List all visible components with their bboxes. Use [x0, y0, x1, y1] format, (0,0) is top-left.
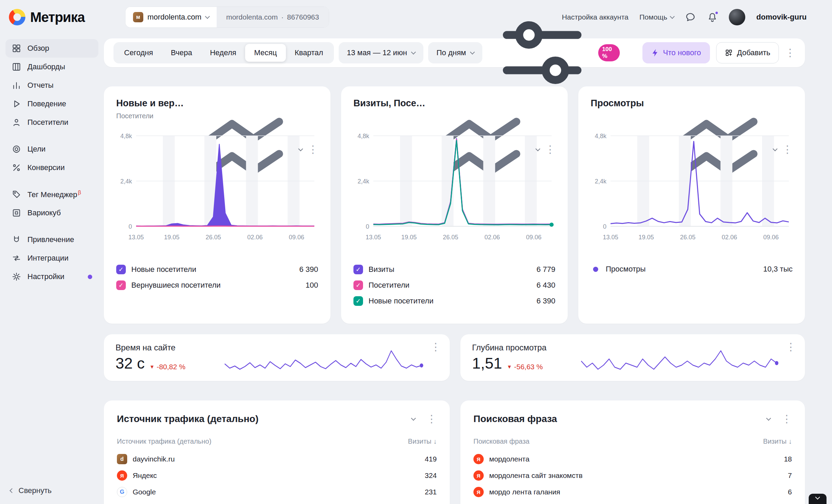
chevron-down-icon — [470, 49, 475, 54]
site-name: mordolenta.com — [147, 13, 202, 22]
kpi-value: 32 с — [116, 355, 145, 372]
svg-text:19.05: 19.05 — [164, 234, 179, 241]
sidebar-item-acquisition[interactable]: Привлечение — [5, 230, 98, 249]
widget-kebab-menu[interactable]: ⋮ — [545, 144, 555, 155]
whats-new-button[interactable]: Что нового — [642, 42, 710, 63]
widget-title: Новые и вернувшиеся поль... — [116, 98, 193, 109]
whats-new-label: Что нового — [663, 48, 701, 57]
legend-item[interactable]: ✓ Новые посетители 6 390 — [353, 296, 555, 306]
widget-kebab-menu[interactable]: ⋮ — [786, 342, 796, 352]
svg-text:26.05: 26.05 — [680, 234, 696, 241]
checkbox-checked-icon[interactable]: ✓ — [353, 296, 363, 306]
legend-item[interactable]: ✓ Вернувшиеся посетители 100 — [116, 280, 318, 290]
legend-item[interactable]: ✓ Новые посетители 6 390 — [116, 265, 318, 274]
legend-item[interactable]: ✓ Посетители 6 430 — [353, 280, 555, 290]
svg-text:19.05: 19.05 — [638, 234, 654, 241]
sidebar-divider — [5, 177, 98, 185]
sidebar-item-settings[interactable]: Настройки — [5, 267, 98, 286]
sidebar-item-conversions[interactable]: Конверсии — [5, 158, 98, 177]
tables-row: Источник трафика (детально) ⋮ Источник т… — [104, 400, 805, 504]
chevron-down-icon — [411, 49, 416, 54]
sidebar-item-behavior[interactable]: Поведение — [5, 95, 98, 113]
kpi-title: Глубина просмотра — [472, 343, 575, 352]
collapse-sidebar-button[interactable]: Свернуть — [10, 486, 52, 495]
expand-widget-button[interactable] — [762, 412, 775, 426]
help-menu[interactable]: Помощь — [639, 13, 674, 21]
widget-kebab-menu[interactable]: ⋮ — [782, 414, 792, 424]
granularity-label: По дням — [436, 48, 466, 57]
granularity-select[interactable]: По дням — [428, 42, 482, 63]
sidebar-item-label: Отчеты — [27, 81, 53, 90]
settings-notification-dot — [88, 275, 92, 279]
checkbox-checked-icon[interactable]: ✓ — [353, 280, 363, 290]
column-header-sortable[interactable]: Визиты ↓ — [408, 437, 437, 445]
legend-item[interactable]: ✓ Визиты 6 779 — [353, 265, 555, 274]
date-range-picker[interactable]: 13 мая — 12 июн — [339, 42, 424, 63]
sidebar-item-dashboards[interactable]: Дашборды — [5, 58, 98, 76]
checkbox-checked-icon[interactable]: ✓ — [116, 280, 126, 290]
tab-quarter[interactable]: Квартал — [286, 44, 332, 62]
sidebar-item-label: Цели — [27, 145, 46, 154]
table-row[interactable]: Я мордолента 18 — [473, 451, 792, 467]
sidebar-item-tag-manager[interactable]: Тег Менеджерβ — [5, 185, 98, 204]
logo-text: Метрика — [30, 10, 85, 25]
magnet-icon — [12, 235, 21, 244]
table-title: Поисковая фраза — [473, 413, 762, 424]
tab-yesterday[interactable]: Вчера — [162, 44, 201, 62]
checkbox-checked-icon[interactable]: ✓ — [353, 265, 363, 274]
site-selector-button[interactable]: м mordolenta.com — [125, 7, 217, 27]
table-row[interactable]: Я Яндекс 324 — [117, 467, 437, 484]
tag-icon — [12, 190, 21, 199]
percent-icon — [12, 163, 21, 172]
integrations-icon — [12, 253, 21, 263]
sidebar-item-integrations[interactable]: Интеграции — [5, 249, 98, 267]
column-header-sortable[interactable]: Визиты ↓ — [763, 437, 792, 445]
sidebar: Обзор Дашборды Отчеты Поведение Посетите… — [0, 34, 104, 504]
svg-text:19.05: 19.05 — [401, 234, 417, 241]
checkbox-checked-icon[interactable]: ✓ — [116, 265, 126, 274]
target-icon — [12, 144, 21, 154]
table-row[interactable]: Я мордолента сайт знакомств 7 — [473, 467, 792, 484]
sidebar-item-visitors[interactable]: Посетители — [5, 113, 98, 132]
avatar[interactable] — [729, 9, 745, 25]
lightning-icon — [651, 49, 659, 57]
scroll-down-button[interactable] — [809, 494, 827, 504]
toolbar-kebab-menu[interactable]: ⋮ — [785, 48, 795, 58]
kpi-delta: ▼-80,82 % — [149, 363, 185, 371]
sidebar-item-reports[interactable]: Отчеты — [5, 76, 98, 95]
sidebar-item-overview[interactable]: Обзор — [5, 39, 98, 58]
sidebar-item-goals[interactable]: Цели — [5, 140, 98, 158]
kpi-delta: ▼-56,63 % — [507, 363, 543, 371]
table-row[interactable]: G Google 231 — [117, 484, 437, 500]
sidebar-item-variocube[interactable]: Вариокуб — [5, 204, 98, 222]
sidebar-item-label: Интеграции — [27, 254, 69, 263]
chevron-down-icon — [815, 495, 820, 500]
svg-text:4,8k: 4,8k — [358, 133, 370, 140]
widget-time-on-site: Время на сайте 32 с ▼-80,82 % ⋮ — [104, 334, 450, 381]
notification-dot — [715, 11, 719, 15]
table-row[interactable]: d dayvinchik.ru 419 — [117, 451, 437, 467]
counter-separator: · — [281, 13, 284, 21]
sidebar-item-label: Посетители — [27, 118, 68, 127]
svg-text:13.05: 13.05 — [603, 234, 618, 241]
site-favicon: м — [133, 12, 143, 22]
widget-kebab-menu[interactable]: ⋮ — [431, 342, 441, 352]
tab-today[interactable]: Сегодня — [115, 44, 162, 62]
expand-widget-button[interactable] — [407, 412, 420, 426]
add-widget-button[interactable]: Добавить — [716, 42, 779, 63]
metrika-logo[interactable]: Метрика — [9, 9, 85, 25]
metrika-dashboard: Метрика м mordolenta.com mordolenta.com … — [0, 0, 832, 504]
tab-month[interactable]: Месяц — [245, 44, 286, 62]
chat-icon[interactable] — [685, 12, 696, 23]
widget-kebab-menu[interactable]: ⋮ — [308, 144, 318, 155]
svg-text:2,4k: 2,4k — [120, 178, 132, 185]
widget-kebab-menu[interactable]: ⋮ — [782, 144, 793, 155]
widget-kebab-menu[interactable]: ⋮ — [426, 414, 437, 424]
notifications-bell-icon[interactable] — [707, 12, 718, 23]
legend-item[interactable]: Просмотры 10,3 тыс — [591, 265, 793, 274]
table-row[interactable]: Я мордо лента галания 6 — [473, 484, 792, 500]
google-favicon: G — [117, 487, 127, 497]
help-label: Помощь — [639, 13, 667, 21]
widget-title: Просмотры — [591, 98, 668, 109]
tab-week[interactable]: Неделя — [201, 44, 245, 62]
